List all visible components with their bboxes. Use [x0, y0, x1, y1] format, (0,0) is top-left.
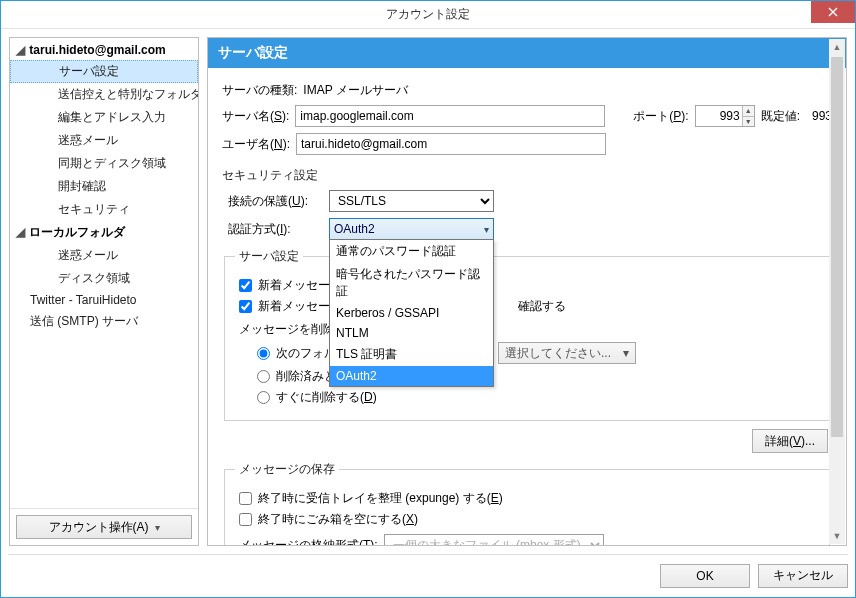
accounts-sidebar: ◢ tarui.hideto@gmail.com サーバ設定 送信控えと特別なフ…	[9, 37, 199, 546]
chevron-down-icon: ▾	[623, 346, 629, 360]
local-folders-node[interactable]: ◢ ローカルフォルダ	[10, 221, 198, 244]
chevron-down-icon: ▾	[155, 522, 160, 533]
scroll-up-button[interactable]: ▲	[829, 39, 845, 55]
sidebar-item-local-disk[interactable]: ディスク領域	[10, 267, 198, 290]
sidebar-item-sync[interactable]: 同期とディスク領域	[10, 152, 198, 175]
empty-trash-on-exit-checkbox[interactable]	[239, 513, 252, 526]
auth-option-encrypted[interactable]: 暗号化されたパスワード認証	[330, 263, 493, 303]
radio-move-to-folder[interactable]	[257, 347, 270, 360]
radio-delete-now[interactable]	[257, 391, 270, 404]
account-actions-menu[interactable]: アカウント操作(A) ▾	[16, 515, 192, 539]
check-new-startup[interactable]	[239, 279, 252, 292]
username-label: ユーザ名(N):	[222, 136, 290, 153]
auth-option-kerberos[interactable]: Kerberos / GSSAPI	[330, 303, 493, 323]
advanced-button[interactable]: 詳細(V)...	[752, 429, 828, 453]
radio-mark-deleted[interactable]	[257, 370, 270, 383]
panel-header: サーバ設定	[208, 38, 846, 68]
window-title: アカウント設定	[386, 6, 470, 23]
auth-option-tls-cert[interactable]: TLS 証明書	[330, 343, 493, 366]
auth-method-select[interactable]: OAuth2 ▾	[329, 218, 494, 240]
dialog-footer: OK キャンセル	[8, 554, 848, 590]
vertical-scrollbar[interactable]: ▲ ▼	[829, 39, 845, 544]
server-type-label: サーバの種類:	[222, 82, 297, 99]
sidebar-item-server[interactable]: サーバ設定	[10, 60, 198, 83]
store-format-label: メッセージの格納形式(T):	[239, 537, 378, 547]
expunge-on-exit-checkbox[interactable]	[239, 492, 252, 505]
auth-option-oauth2[interactable]: OAuth2	[330, 366, 493, 386]
port-spinner[interactable]: ▲▼	[742, 106, 754, 126]
scroll-down-button[interactable]: ▼	[829, 528, 845, 544]
account-node[interactable]: ◢ tarui.hideto@gmail.com	[10, 40, 198, 60]
connection-security-label: 接続の保護(U):	[228, 193, 323, 210]
connection-security-select[interactable]: SSL/TLS	[329, 190, 494, 212]
sidebar-item-twitter[interactable]: Twitter - TaruiHideto	[10, 290, 198, 310]
cancel-button[interactable]: キャンセル	[758, 564, 848, 588]
dialog-content: ◢ tarui.hideto@gmail.com サーバ設定 送信控えと特別なフ…	[1, 29, 855, 554]
server-settings-group: サーバ設定 新着メッセージ 新着メッセージ確認する メッセージを削除する 次のフ…	[224, 248, 830, 421]
check-new-interval[interactable]	[239, 300, 252, 313]
username-input[interactable]	[296, 133, 606, 155]
close-button[interactable]	[811, 1, 855, 23]
scroll-thumb[interactable]	[831, 57, 843, 437]
sidebar-item-local-junk[interactable]: 迷惑メール	[10, 244, 198, 267]
auth-method-dropdown[interactable]: 通常のパスワード認証 暗号化されたパスワード認証 Kerberos / GSSA…	[329, 239, 494, 387]
server-name-input[interactable]	[295, 105, 605, 127]
auth-option-plain[interactable]: 通常のパスワード認証	[330, 240, 493, 263]
server-type-value: IMAP メールサーバ	[303, 82, 407, 99]
chevron-down-icon: ▾	[484, 224, 489, 235]
store-format-select: 一個の大きなファイル (mbox 形式)	[384, 534, 604, 546]
auth-option-ntlm[interactable]: NTLM	[330, 323, 493, 343]
settings-panel: サーバ設定 サーバの種類: IMAP メールサーバ サーバ名(S): ポート(P…	[207, 37, 847, 546]
ok-button[interactable]: OK	[660, 564, 750, 588]
port-label: ポート(P):	[633, 108, 688, 125]
security-settings-header: セキュリティ設定	[222, 167, 832, 184]
account-tree[interactable]: ◢ tarui.hideto@gmail.com サーバ設定 送信控えと特別なフ…	[10, 38, 198, 508]
sidebar-item-compose[interactable]: 編集とアドレス入力	[10, 106, 198, 129]
sidebar-item-smtp[interactable]: 送信 (SMTP) サーバ	[10, 310, 198, 333]
server-name-label: サーバ名(S):	[222, 108, 289, 125]
delete-message-label: メッセージを削除する	[239, 321, 819, 338]
auth-method-label: 認証方式(I):	[228, 221, 323, 238]
sidebar-item-copies[interactable]: 送信控えと特別なフォルダ	[10, 83, 198, 106]
title-bar: アカウント設定	[1, 1, 855, 29]
default-port-label: 既定値:	[761, 108, 800, 125]
sidebar-item-receipts[interactable]: 開封確認	[10, 175, 198, 198]
sidebar-item-junk[interactable]: 迷惑メール	[10, 129, 198, 152]
trash-folder-select[interactable]: 選択してください...▾	[498, 342, 636, 364]
sidebar-item-security[interactable]: セキュリティ	[10, 198, 198, 221]
message-storage-group: メッセージの保存 終了時に受信トレイを整理 (expunge) する(E) 終了…	[224, 461, 830, 546]
